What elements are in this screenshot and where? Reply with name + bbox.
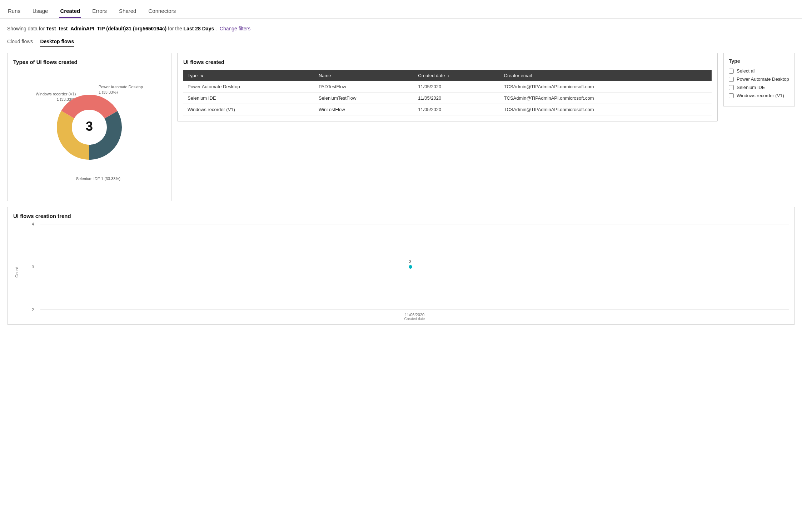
info-middle: for the <box>168 26 184 31</box>
info-env-name: Test_test_AdminAPI_TIP (default)31 (org5… <box>46 26 166 31</box>
cell-type: Power Automate Desktop <box>183 81 314 93</box>
nav-errors[interactable]: Errors <box>91 4 108 18</box>
nav-created[interactable]: Created <box>59 4 81 18</box>
table-row: Selenium IDESeleniumTestFlow11/05/2020TC… <box>183 93 712 104</box>
cell-creator_email: TCSAdmin@TIPAdminAPI.onmicrosoft.com <box>500 93 712 104</box>
x-label-date: 11/06/2020 Created date <box>404 313 425 321</box>
tab-desktop-flows[interactable]: Desktop flows <box>40 39 74 47</box>
info-suffix: . <box>215 26 217 31</box>
table-title: UI flows created <box>183 59 712 65</box>
donut-chart-panel: Types of UI flows created Windows record… <box>7 53 171 201</box>
filter-checkbox-power-automate-desktop[interactable] <box>729 77 734 82</box>
cell-type: Selenium IDE <box>183 93 314 104</box>
cell-creator_email: TCSAdmin@TIPAdminAPI.onmicrosoft.com <box>500 104 712 115</box>
data-point-container: 3 <box>409 265 412 269</box>
filter-label-windows-recorder-v1: Windows recorder (V1) <box>737 93 784 98</box>
x-axis: 11/06/2020 Created date <box>32 310 789 321</box>
grid-line-2 <box>40 309 789 310</box>
x-label-value: 11/06/2020 <box>404 313 425 317</box>
sort-type-icon: ⇅ <box>200 74 203 78</box>
info-prefix: Showing data for <box>7 26 46 31</box>
y-label-3: 3 <box>32 265 34 269</box>
grid-line-3 <box>40 267 789 267</box>
cell-created_date: 11/05/2020 <box>414 104 499 115</box>
chart-area: Count 4 3 2 <box>13 224 789 321</box>
filter-select-all-label: Select all <box>737 68 756 74</box>
y-label-4: 4 <box>32 222 34 226</box>
filter-checkbox-windows-recorder-v1[interactable] <box>729 93 734 98</box>
filter-panel: Type Select all Power Automate DesktopSe… <box>723 53 795 106</box>
x-sub-label: Created date <box>404 317 425 321</box>
chart-content: 4 3 2 3 <box>19 224 789 321</box>
chart-grid: 4 3 2 3 <box>32 224 789 310</box>
nav-connectors[interactable]: Connectors <box>148 4 176 18</box>
cell-creator_email: TCSAdmin@TIPAdminAPI.onmicrosoft.com <box>500 81 712 93</box>
nav-usage[interactable]: Usage <box>32 4 49 18</box>
cell-name: SeleniumTestFlow <box>314 93 414 104</box>
filter-select-all[interactable]: Select all <box>729 68 789 74</box>
nav-runs[interactable]: Runs <box>7 4 21 18</box>
donut-center-value: 3 <box>86 119 93 134</box>
cell-created_date: 11/05/2020 <box>414 93 499 104</box>
filter-title: Type <box>729 58 789 64</box>
main-content: Types of UI flows created Windows record… <box>0 47 802 330</box>
table-row: Windows recorder (V1)WinTestFlow11/05/20… <box>183 104 712 115</box>
tab-cloud-flows[interactable]: Cloud flows <box>7 39 33 47</box>
cell-created_date: 11/05/2020 <box>414 81 499 93</box>
filter-label-power-automate-desktop: Power Automate Desktop <box>737 76 789 82</box>
ui-flows-table: Type ⇅ Name Created date ↓ Creator email <box>183 70 712 115</box>
filter-items: Power Automate DesktopSelenium IDEWindow… <box>729 76 789 98</box>
trend-panel: UI flows creation trend Count 4 3 <box>7 207 795 325</box>
filter-label-selenium-ide: Selenium IDE <box>737 85 765 90</box>
filter-item-windows-recorder-v1[interactable]: Windows recorder (V1) <box>729 93 789 98</box>
cell-type: Windows recorder (V1) <box>183 104 314 115</box>
cell-name: PADTestFlow <box>314 81 414 93</box>
grid-line-4 <box>40 224 789 224</box>
data-point-label: 3 <box>409 259 411 264</box>
trend-title: UI flows creation trend <box>13 213 789 219</box>
top-row-panels: Types of UI flows created Windows record… <box>7 53 795 201</box>
trend-panel-inner: UI flows creation trend Count 4 3 <box>7 207 795 325</box>
col-creator-email[interactable]: Creator email <box>500 70 712 81</box>
donut-label-selenium: Selenium IDE 1 (33.33%) <box>76 176 120 181</box>
info-bar: Showing data for Test_test_AdminAPI_TIP … <box>0 19 802 35</box>
filter-select-all-checkbox[interactable] <box>729 69 734 74</box>
col-created-date[interactable]: Created date ↓ <box>414 70 499 81</box>
table-panel: UI flows created Type ⇅ Name Created dat… <box>177 53 718 121</box>
col-type[interactable]: Type ⇅ <box>183 70 314 81</box>
sort-date-icon: ↓ <box>448 74 449 78</box>
data-point-dot <box>409 265 412 269</box>
top-navigation: Runs Usage Created Errors Shared Connect… <box>0 0 802 19</box>
donut-svg: 3 <box>54 91 125 163</box>
info-period: Last 28 Days <box>184 26 214 31</box>
table-row: Power Automate DesktopPADTestFlow11/05/2… <box>183 81 712 93</box>
donut-title: Types of UI flows created <box>13 59 165 65</box>
nav-shared[interactable]: Shared <box>118 4 137 18</box>
y-axis-label: Count <box>13 224 19 321</box>
filter-item-selenium-ide[interactable]: Selenium IDE <box>729 85 789 90</box>
sub-tab-bar: Cloud flows Desktop flows <box>0 35 802 47</box>
col-name[interactable]: Name <box>314 70 414 81</box>
cell-name: WinTestFlow <box>314 104 414 115</box>
filter-checkbox-selenium-ide[interactable] <box>729 85 734 90</box>
filter-item-power-automate-desktop[interactable]: Power Automate Desktop <box>729 76 789 82</box>
change-filters-link[interactable]: Change filters <box>220 26 250 31</box>
x-labels: 11/06/2020 Created date <box>40 313 789 321</box>
y-label-2: 2 <box>32 308 34 312</box>
